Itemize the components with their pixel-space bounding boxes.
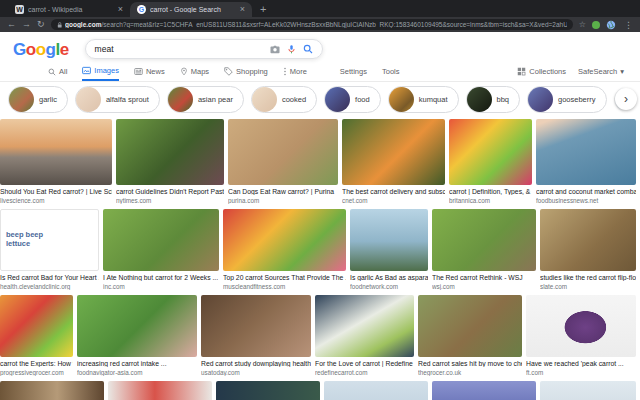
result-title[interactable]: I Ate Nothing but carrot for 2 Weeks ... xyxy=(103,274,219,281)
result-tile[interactable]: The best carrot delivery and subscriptio… xyxy=(342,119,445,204)
result-image[interactable] xyxy=(108,381,212,400)
forward-button[interactable]: → xyxy=(22,20,31,29)
new-tab-button[interactable]: + xyxy=(260,3,266,15)
tab-more[interactable]: More xyxy=(283,62,307,81)
reload-button[interactable]: ↻ xyxy=(37,20,45,29)
result-title[interactable]: Should You Eat Red carrot? | Live Scienc… xyxy=(0,188,112,195)
result-tile[interactable] xyxy=(432,381,536,400)
result-image[interactable] xyxy=(540,209,636,271)
result-tile[interactable]: Can Dogs Eat Raw carrot? | Purina purina… xyxy=(228,119,338,204)
tab-wikipedia[interactable]: W carrot - Wikipedia × xyxy=(8,2,130,17)
result-title[interactable]: studies like the red carrot flip-flop ..… xyxy=(540,274,636,281)
result-image[interactable] xyxy=(342,119,445,185)
bookmark-star-icon[interactable]: ☆ xyxy=(579,20,586,29)
result-title[interactable]: The Red carrot Rethink - WSJ xyxy=(432,274,536,281)
result-title[interactable]: increasing red carrot intake ... xyxy=(77,360,197,367)
result-tile[interactable]: Top 20 carrot Sources That Provide The .… xyxy=(223,209,346,290)
chip-cooked[interactable]: cooked xyxy=(251,86,317,113)
result-title[interactable]: Red carrot study downplaying health risk… xyxy=(201,360,311,367)
chip-asian-pear[interactable]: asian pear xyxy=(167,86,244,113)
result-title[interactable]: The best carrot delivery and subscriptio… xyxy=(342,188,445,195)
tab-shopping[interactable]: Shopping xyxy=(224,62,268,81)
result-title[interactable]: carrot | Definition, Types, & Facts ... xyxy=(449,188,532,195)
voice-search-mic-icon[interactable] xyxy=(287,44,296,55)
tab-all[interactable]: All xyxy=(48,62,67,81)
result-title[interactable]: For the Love of carrot | Redefine carrot… xyxy=(315,360,414,367)
tab-maps[interactable]: Maps xyxy=(180,62,209,81)
chip-gooseberry[interactable]: gooseberry xyxy=(527,86,607,113)
result-image[interactable] xyxy=(418,295,522,357)
result-image[interactable] xyxy=(315,295,414,357)
result-image[interactable] xyxy=(223,209,346,271)
browser-menu-icon[interactable]: ⋮ xyxy=(622,20,633,30)
result-image[interactable] xyxy=(540,381,636,400)
chip-food[interactable]: food xyxy=(324,86,381,113)
chips-scroll-right-icon[interactable]: › xyxy=(615,88,637,110)
result-image[interactable] xyxy=(432,381,536,400)
chip-garlic[interactable]: garlic xyxy=(8,86,68,113)
result-title[interactable]: Have we reached 'peak carrot ... xyxy=(526,360,636,367)
tab-google-search[interactable]: G carrot - Google Search × xyxy=(130,2,252,17)
result-tile[interactable]: carrot the Experts: How to G.. progressi… xyxy=(0,295,73,376)
result-tile[interactable]: Red carrot study downplaying health risk… xyxy=(201,295,311,376)
result-title[interactable]: carrot Guidelines Didn't Report Past Foo… xyxy=(116,188,224,195)
globe-extension-icon[interactable] xyxy=(606,20,616,30)
result-tile[interactable]: carrot and coconut market combats plast … xyxy=(536,119,636,204)
result-title[interactable]: Is garlic As Bad as asparagus? | F... xyxy=(350,274,428,281)
result-tile[interactable]: Have we reached 'peak carrot ... ft.com xyxy=(526,295,636,376)
result-tile[interactable] xyxy=(540,381,636,400)
result-image-meme[interactable]: beep beep lettuce xyxy=(0,209,99,271)
result-tile[interactable]: carrot Guidelines Didn't Report Past Foo… xyxy=(116,119,224,204)
result-tile[interactable] xyxy=(324,381,428,400)
result-image[interactable] xyxy=(216,381,320,400)
result-image[interactable] xyxy=(77,295,197,357)
address-bar[interactable]: google.com/search?q=meat&rlz=1C5CHFA_enU… xyxy=(51,19,573,30)
result-image[interactable] xyxy=(0,295,73,357)
result-tile[interactable] xyxy=(216,381,320,400)
result-tile[interactable]: Red carrot sales hit by move to cheaper … xyxy=(418,295,522,376)
result-title[interactable]: Red carrot sales hit by move to cheaper … xyxy=(418,360,522,367)
result-tile[interactable]: studies like the red carrot flip-flop ..… xyxy=(540,209,636,290)
search-by-image-camera-icon[interactable] xyxy=(270,45,280,54)
result-image[interactable] xyxy=(0,381,104,400)
search-box[interactable]: meat xyxy=(85,39,323,59)
extension-icon[interactable] xyxy=(592,21,600,29)
tools-button[interactable]: Tools xyxy=(382,62,400,81)
search-submit-icon[interactable] xyxy=(303,44,313,54)
result-tile[interactable] xyxy=(108,381,212,400)
tab-close-icon[interactable]: × xyxy=(240,5,245,14)
result-image[interactable] xyxy=(449,119,532,185)
result-image[interactable] xyxy=(350,209,428,271)
result-title[interactable]: Can Dogs Eat Raw carrot? | Purina xyxy=(228,188,338,195)
result-tile[interactable]: The Red carrot Rethink - WSJ wsj.com xyxy=(432,209,536,290)
result-image[interactable] xyxy=(228,119,338,185)
result-tile[interactable]: I Ate Nothing but carrot for 2 Weeks ...… xyxy=(103,209,219,290)
chip-bbq[interactable]: bbq xyxy=(466,86,521,113)
result-image[interactable] xyxy=(103,209,219,271)
tab-close-icon[interactable]: × xyxy=(118,5,123,14)
result-image[interactable] xyxy=(116,119,224,185)
result-tile[interactable]: beep beep lettuce Is Red carrot Bad for … xyxy=(0,209,99,290)
result-image[interactable] xyxy=(201,295,311,357)
result-tile[interactable]: increasing red carrot intake ... foodnav… xyxy=(77,295,197,376)
tab-images[interactable]: Images xyxy=(82,62,119,81)
result-image[interactable] xyxy=(432,209,536,271)
chip-kumquat[interactable]: kumquat xyxy=(388,86,459,113)
result-title[interactable]: Top 20 carrot Sources That Provide The .… xyxy=(223,274,346,281)
tab-news[interactable]: News xyxy=(134,62,165,81)
safesearch-button[interactable]: SafeSearch ▾ xyxy=(578,67,624,76)
back-button[interactable]: ← xyxy=(7,20,16,29)
chip-alfalfa-sprout[interactable]: alfalfa sprout xyxy=(75,86,160,113)
result-tile[interactable]: carrot | Definition, Types, & Facts ... … xyxy=(449,119,532,204)
result-title[interactable]: carrot and coconut market combats plast … xyxy=(536,188,636,195)
settings-button[interactable]: Settings xyxy=(340,62,367,81)
result-image[interactable] xyxy=(526,295,636,357)
result-tile[interactable]: For the Love of carrot | Redefine carrot… xyxy=(315,295,414,376)
google-logo[interactable]: Google xyxy=(13,41,69,58)
result-tile[interactable]: Is garlic As Bad as asparagus? | F... fo… xyxy=(350,209,428,290)
result-tile[interactable]: Should You Eat Red carrot? | Live Scienc… xyxy=(0,119,112,204)
result-image[interactable] xyxy=(0,119,112,185)
collections-button[interactable]: Collections xyxy=(517,67,566,76)
result-image[interactable] xyxy=(536,119,636,185)
search-input[interactable]: meat xyxy=(95,44,263,54)
